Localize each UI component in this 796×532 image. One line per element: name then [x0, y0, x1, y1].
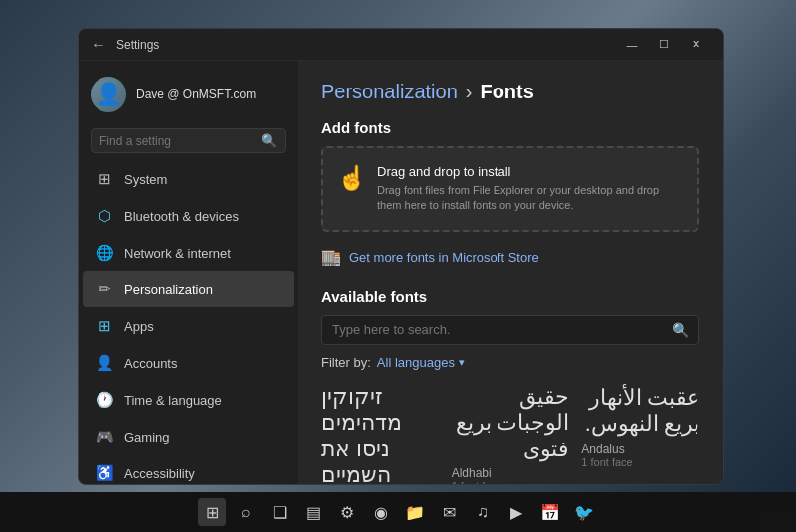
add-fonts-title: Add fonts	[321, 119, 699, 136]
font-preview-text-1: حقيق الوجبات بريع فتوى	[452, 384, 570, 462]
user-name: Dave @ OnMSFT.com	[136, 88, 256, 101]
avatar: 👤	[91, 77, 126, 112]
breadcrumb-parent[interactable]: Personalization	[321, 81, 458, 103]
minimize-button[interactable]: —	[616, 29, 648, 61]
user-profile[interactable]: 👤 Dave @ OnMSFT.com	[79, 69, 298, 124]
store-link[interactable]: 🏬 Get more fonts in Microsoft Store	[321, 242, 699, 272]
font-faces-2: 1 font face	[581, 456, 699, 468]
nav-label-bluetooth: Bluetooth & devices	[124, 209, 239, 224]
maximize-button[interactable]: ☐	[648, 29, 680, 61]
nav-icon-system: ⊞	[95, 169, 114, 189]
taskbar-icon-mail[interactable]: ✉	[435, 498, 463, 526]
nav-icon-network: 🌐	[95, 243, 114, 263]
settings-window: ← Settings — ☐ ✕ 👤 Dave @ OnMSFT.com 🔍	[78, 28, 724, 485]
nav-list: ⊞ System ⬡ Bluetooth & devices 🌐 Network…	[79, 161, 298, 484]
search-box[interactable]: 🔍	[91, 128, 286, 153]
font-name-2: Andalus	[581, 443, 699, 456]
nav-label-network: Network & internet	[124, 246, 231, 261]
sidebar-item-personalization[interactable]: ✏ Personalization	[83, 271, 294, 307]
window-controls: — ☐ ✕	[616, 29, 711, 61]
taskbar: ⊞⌕❑▤⚙◉📁✉♫▶📅🐦	[0, 492, 796, 532]
font-preview-text-2: عقبت الأنهار بريع النهوس.	[581, 384, 699, 439]
sidebar-item-apps[interactable]: ⊞ Apps	[83, 308, 294, 344]
breadcrumb-current: Fonts	[480, 81, 533, 103]
nav-label-accounts: Accounts	[124, 356, 177, 371]
font-faces-1: 1 font face	[452, 480, 570, 484]
taskbar-icon-widgets[interactable]: ▤	[299, 498, 327, 526]
nav-icon-apps: ⊞	[95, 316, 114, 336]
taskbar-icon-edge[interactable]: ◉	[367, 498, 395, 526]
store-icon: 🏬	[321, 248, 341, 266]
taskbar-icon-youtube[interactable]: ▶	[502, 498, 530, 526]
search-icon: 🔍	[261, 133, 277, 148]
filter-label: Filter by:	[321, 355, 371, 370]
font-name-1: Aldhabi	[452, 466, 570, 480]
available-fonts-title: Available fonts	[321, 288, 699, 305]
sidebar-item-system[interactable]: ⊞ System	[83, 161, 294, 197]
font-preview-text-0: זיקוקין מדהימים ניסו את השמיים	[321, 384, 440, 484]
taskbar-icon-calendar[interactable]: 📅	[536, 498, 564, 526]
taskbar-icon-settings-tb[interactable]: ⚙	[333, 498, 361, 526]
drop-title: Drag and drop to install	[377, 164, 684, 179]
back-button[interactable]: ←	[91, 36, 106, 54]
taskbar-icon-start[interactable]: ⊞	[198, 498, 226, 526]
filter-row: Filter by: All languages ▾	[321, 355, 699, 370]
drop-icon: ☝	[337, 164, 367, 192]
drop-text: Drag and drop to install Drag font files…	[377, 164, 684, 214]
font-card-2[interactable]: عقبت الأنهار بريع النهوس.Andalus1 font f…	[581, 384, 699, 484]
taskbar-icon-search[interactable]: ⌕	[232, 498, 260, 526]
nav-label-gaming: Gaming	[124, 430, 170, 444]
taskbar-icon-spotify[interactable]: ♫	[469, 498, 497, 526]
sidebar-item-accounts[interactable]: 👤 Accounts	[83, 345, 294, 381]
nav-label-time: Time & language	[124, 393, 222, 408]
drop-description: Drag font files from File Explorer or yo…	[377, 183, 684, 214]
breadcrumb-separator: ›	[466, 81, 473, 103]
sidebar-item-bluetooth[interactable]: ⬡ Bluetooth & devices	[83, 198, 294, 234]
nav-icon-gaming: 🎮	[95, 427, 114, 446]
available-fonts-section: Available fonts 🔍 Filter by: All languag…	[321, 288, 699, 484]
taskbar-icons: ⊞⌕❑▤⚙◉📁✉♫▶📅🐦	[198, 498, 598, 526]
filter-dropdown[interactable]: All languages ▾	[377, 355, 465, 370]
content-area: 👤 Dave @ OnMSFT.com 🔍 ⊞ System ⬡ Bluetoo…	[79, 61, 723, 484]
title-bar: ← Settings — ☐ ✕	[79, 29, 723, 61]
font-preview-row: זיקוקין מדהימים ניסו את השמייםAharoni1 f…	[321, 384, 699, 484]
font-card-0[interactable]: זיקוקין מדהימים ניסו את השמייםAharoni1 f…	[321, 384, 440, 484]
window-title: Settings	[116, 38, 159, 52]
main-content: Personalization › Fonts Add fonts ☝ Drag…	[298, 61, 723, 484]
taskbar-icon-explorer[interactable]: 📁	[401, 498, 429, 526]
breadcrumb: Personalization › Fonts	[321, 81, 699, 103]
sidebar: 👤 Dave @ OnMSFT.com 🔍 ⊞ System ⬡ Bluetoo…	[79, 61, 298, 484]
store-link-text: Get more fonts in Microsoft Store	[349, 250, 539, 265]
taskbar-icon-taskview[interactable]: ❑	[266, 498, 294, 526]
sidebar-item-gaming[interactable]: 🎮 Gaming	[83, 419, 294, 454]
font-search-input[interactable]	[332, 322, 672, 337]
nav-label-personalization: Personalization	[124, 282, 213, 297]
sidebar-item-network[interactable]: 🌐 Network & internet	[83, 235, 294, 270]
drop-zone[interactable]: ☝ Drag and drop to install Drag font fil…	[321, 146, 699, 232]
taskbar-icon-twitter[interactable]: 🐦	[570, 498, 598, 526]
sidebar-item-time[interactable]: 🕐 Time & language	[83, 382, 294, 418]
nav-icon-bluetooth: ⬡	[95, 206, 114, 226]
filter-value-text: All languages	[377, 355, 455, 370]
search-input[interactable]	[100, 134, 261, 148]
nav-icon-personalization: ✏	[95, 279, 114, 299]
close-button[interactable]: ✕	[680, 29, 711, 61]
nav-icon-accessibility: ♿	[95, 463, 114, 483]
nav-icon-accounts: 👤	[95, 353, 114, 373]
nav-label-system: System	[124, 172, 167, 187]
font-search-icon: 🔍	[672, 322, 689, 338]
font-card-1[interactable]: حقيق الوجبات بريع فتوىAldhabi1 font face	[452, 384, 570, 484]
nav-icon-time: 🕐	[95, 390, 114, 410]
sidebar-item-accessibility[interactable]: ♿ Accessibility	[83, 455, 294, 484]
nav-label-accessibility: Accessibility	[124, 466, 195, 481]
chevron-down-icon: ▾	[459, 356, 465, 369]
font-search-box[interactable]: 🔍	[321, 315, 699, 345]
nav-label-apps: Apps	[124, 319, 154, 334]
